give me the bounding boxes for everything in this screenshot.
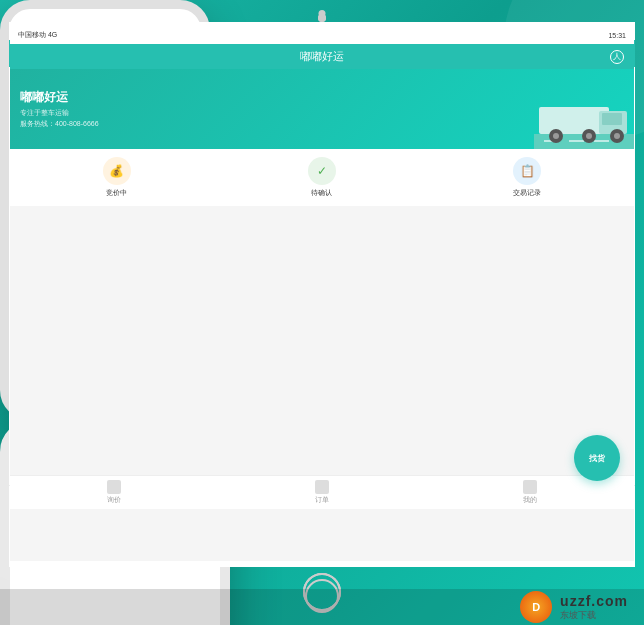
watermark-site: uzzf.com [560, 593, 628, 609]
bid-label: 竞价中 [106, 188, 127, 198]
watermark-text-block: uzzf.com 东坡下载 [560, 593, 628, 622]
svg-rect-4 [539, 107, 609, 134]
phone3-statusbar: 中国移动 4G 15:31 [10, 26, 634, 44]
bottom-watermark-bar: D uzzf.com 东坡下载 [0, 589, 644, 625]
icon-bid[interactable]: 💰 竞价中 [103, 157, 131, 198]
phone3-time: 15:31 [608, 32, 626, 39]
record-label: 交易记录 [513, 188, 541, 198]
watermark-logo: D [520, 591, 552, 623]
confirm-icon-circle: ✓ [308, 157, 336, 185]
icon-confirm[interactable]: ✓ 待确认 [308, 157, 336, 198]
nav3-mine[interactable]: 我的 [426, 476, 634, 509]
confirm-label: 待确认 [311, 188, 332, 198]
nav3-order-icon [315, 480, 329, 494]
camera-dot-1 [319, 10, 326, 17]
phone3-icons-row: 💰 竞价中 ✓ 待确认 📋 交易记录 [10, 149, 634, 206]
watermark-sub: 东坡下载 [560, 609, 628, 622]
banner-tagline: 专注于整车运输 [20, 108, 99, 118]
svg-point-12 [614, 133, 620, 139]
phone3-screen: 中国移动 4G 15:31 嘟嘟好运 人 嘟嘟好运 专注于整车运输 服务热线：4… [10, 26, 634, 561]
svg-rect-2 [569, 140, 584, 142]
nav3-inquiry-icon [107, 480, 121, 494]
svg-point-10 [586, 133, 592, 139]
nav3-inquiry-label: 询价 [107, 495, 121, 505]
bid-icon-circle: 💰 [103, 157, 131, 185]
nav3-order[interactable]: 订单 [218, 476, 426, 509]
phone3-banner: 嘟嘟好运 专注于整车运输 服务热线：400-808-6666 [10, 69, 634, 149]
phone3-carrier: 中国移动 4G [18, 30, 57, 40]
user-icon[interactable]: 人 [610, 50, 624, 64]
phone3-header: 嘟嘟好运 人 [10, 44, 634, 69]
record-icon-circle: 📋 [513, 157, 541, 185]
hotline-number: 400-808-6666 [55, 120, 99, 127]
icon-record[interactable]: 📋 交易记录 [513, 157, 541, 198]
banner-title: 嘟嘟好运 [20, 89, 99, 106]
hotline-label: 服务热线： [20, 120, 55, 127]
nav3-inquiry[interactable]: 询价 [10, 476, 218, 509]
find-goods-btn[interactable]: 找货 [574, 435, 620, 481]
phone3-header-title: 嘟嘟好运 [300, 49, 344, 64]
banner-hotline: 服务热线：400-808-6666 [20, 119, 99, 129]
phone3-bottom-nav: 询价 订单 我的 [10, 475, 634, 509]
nav3-mine-icon [523, 480, 537, 494]
phone3-content-area [10, 206, 634, 266]
svg-rect-6 [602, 113, 622, 125]
svg-point-8 [553, 133, 559, 139]
truck-illustration [534, 79, 634, 149]
svg-rect-3 [594, 140, 609, 142]
phone3-banner-text-block: 嘟嘟好运 专注于整车运输 服务热线：400-808-6666 [20, 89, 99, 129]
nav3-mine-label: 我的 [523, 495, 537, 505]
nav3-order-label: 订单 [315, 495, 329, 505]
